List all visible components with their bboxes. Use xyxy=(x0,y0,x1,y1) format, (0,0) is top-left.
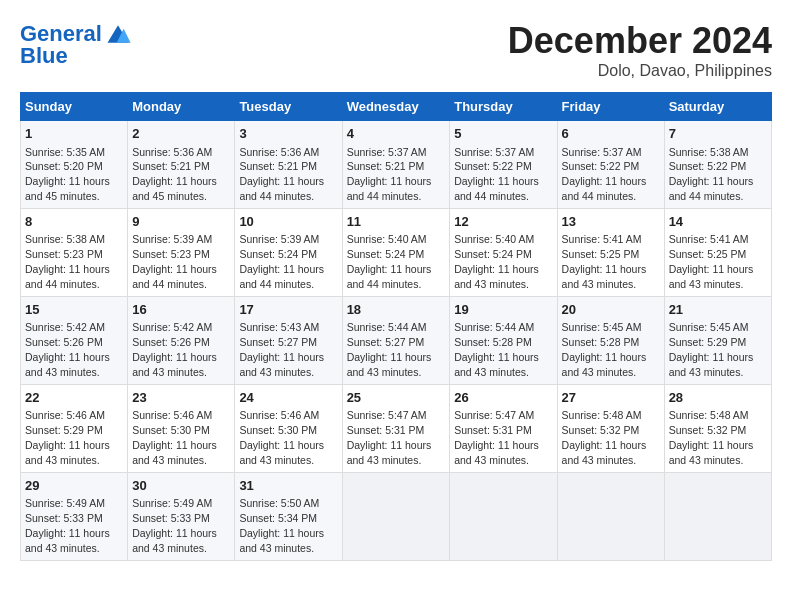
sunset-text: Sunset: 5:23 PM xyxy=(132,248,210,260)
sunrise-text: Sunrise: 5:37 AM xyxy=(347,146,427,158)
day-number: 16 xyxy=(132,301,230,319)
sunrise-text: Sunrise: 5:38 AM xyxy=(25,233,105,245)
sunset-text: Sunset: 5:29 PM xyxy=(25,424,103,436)
table-row: 21Sunrise: 5:45 AMSunset: 5:29 PMDayligh… xyxy=(664,296,771,384)
sunrise-text: Sunrise: 5:35 AM xyxy=(25,146,105,158)
table-row: 16Sunrise: 5:42 AMSunset: 5:26 PMDayligh… xyxy=(128,296,235,384)
day-number: 20 xyxy=(562,301,660,319)
sunset-text: Sunset: 5:30 PM xyxy=(132,424,210,436)
sunset-text: Sunset: 5:21 PM xyxy=(347,160,425,172)
sunrise-text: Sunrise: 5:39 AM xyxy=(132,233,212,245)
daylight-text: Daylight: 11 hours and 43 minutes. xyxy=(25,439,110,466)
day-number: 6 xyxy=(562,125,660,143)
daylight-text: Daylight: 11 hours and 44 minutes. xyxy=(562,175,647,202)
daylight-text: Daylight: 11 hours and 43 minutes. xyxy=(454,263,539,290)
day-number: 30 xyxy=(132,477,230,495)
daylight-text: Daylight: 11 hours and 45 minutes. xyxy=(132,175,217,202)
calendar-row: 15Sunrise: 5:42 AMSunset: 5:26 PMDayligh… xyxy=(21,296,772,384)
table-row: 13Sunrise: 5:41 AMSunset: 5:25 PMDayligh… xyxy=(557,208,664,296)
sunset-text: Sunset: 5:22 PM xyxy=(669,160,747,172)
sunrise-text: Sunrise: 5:40 AM xyxy=(347,233,427,245)
sunset-text: Sunset: 5:30 PM xyxy=(239,424,317,436)
sunset-text: Sunset: 5:24 PM xyxy=(239,248,317,260)
day-number: 23 xyxy=(132,389,230,407)
table-row xyxy=(450,472,557,560)
table-row: 9Sunrise: 5:39 AMSunset: 5:23 PMDaylight… xyxy=(128,208,235,296)
sunrise-text: Sunrise: 5:37 AM xyxy=(562,146,642,158)
sunset-text: Sunset: 5:26 PM xyxy=(132,336,210,348)
table-row: 6Sunrise: 5:37 AMSunset: 5:22 PMDaylight… xyxy=(557,121,664,209)
daylight-text: Daylight: 11 hours and 43 minutes. xyxy=(454,439,539,466)
calendar-header-row: Sunday Monday Tuesday Wednesday Thursday… xyxy=(21,93,772,121)
table-row: 23Sunrise: 5:46 AMSunset: 5:30 PMDayligh… xyxy=(128,384,235,472)
col-saturday: Saturday xyxy=(664,93,771,121)
daylight-text: Daylight: 11 hours and 43 minutes. xyxy=(239,439,324,466)
logo: General Blue xyxy=(20,20,132,68)
daylight-text: Daylight: 11 hours and 43 minutes. xyxy=(562,351,647,378)
daylight-text: Daylight: 11 hours and 44 minutes. xyxy=(347,263,432,290)
day-number: 3 xyxy=(239,125,337,143)
sunset-text: Sunset: 5:34 PM xyxy=(239,512,317,524)
day-number: 18 xyxy=(347,301,446,319)
sunrise-text: Sunrise: 5:46 AM xyxy=(132,409,212,421)
table-row: 3Sunrise: 5:36 AMSunset: 5:21 PMDaylight… xyxy=(235,121,342,209)
calendar-row: 1Sunrise: 5:35 AMSunset: 5:20 PMDaylight… xyxy=(21,121,772,209)
sunrise-text: Sunrise: 5:44 AM xyxy=(454,321,534,333)
page: General Blue December 2024 Dolo, Davao, … xyxy=(0,0,792,571)
daylight-text: Daylight: 11 hours and 43 minutes. xyxy=(239,351,324,378)
daylight-text: Daylight: 11 hours and 43 minutes. xyxy=(562,263,647,290)
day-number: 17 xyxy=(239,301,337,319)
table-row xyxy=(664,472,771,560)
sunrise-text: Sunrise: 5:46 AM xyxy=(239,409,319,421)
day-number: 15 xyxy=(25,301,123,319)
daylight-text: Daylight: 11 hours and 43 minutes. xyxy=(132,351,217,378)
daylight-text: Daylight: 11 hours and 43 minutes. xyxy=(562,439,647,466)
table-row: 10Sunrise: 5:39 AMSunset: 5:24 PMDayligh… xyxy=(235,208,342,296)
day-number: 26 xyxy=(454,389,552,407)
calendar: Sunday Monday Tuesday Wednesday Thursday… xyxy=(20,92,772,561)
table-row: 25Sunrise: 5:47 AMSunset: 5:31 PMDayligh… xyxy=(342,384,450,472)
daylight-text: Daylight: 11 hours and 43 minutes. xyxy=(132,439,217,466)
table-row: 26Sunrise: 5:47 AMSunset: 5:31 PMDayligh… xyxy=(450,384,557,472)
table-row: 17Sunrise: 5:43 AMSunset: 5:27 PMDayligh… xyxy=(235,296,342,384)
table-row: 31Sunrise: 5:50 AMSunset: 5:34 PMDayligh… xyxy=(235,472,342,560)
sunrise-text: Sunrise: 5:43 AM xyxy=(239,321,319,333)
sunset-text: Sunset: 5:29 PM xyxy=(669,336,747,348)
sunset-text: Sunset: 5:22 PM xyxy=(562,160,640,172)
table-row: 1Sunrise: 5:35 AMSunset: 5:20 PMDaylight… xyxy=(21,121,128,209)
table-row: 20Sunrise: 5:45 AMSunset: 5:28 PMDayligh… xyxy=(557,296,664,384)
sunset-text: Sunset: 5:28 PM xyxy=(454,336,532,348)
sunset-text: Sunset: 5:23 PM xyxy=(25,248,103,260)
daylight-text: Daylight: 11 hours and 43 minutes. xyxy=(25,527,110,554)
title-block: December 2024 Dolo, Davao, Philippines xyxy=(508,20,772,80)
daylight-text: Daylight: 11 hours and 43 minutes. xyxy=(669,439,754,466)
col-wednesday: Wednesday xyxy=(342,93,450,121)
sunrise-text: Sunrise: 5:46 AM xyxy=(25,409,105,421)
table-row xyxy=(557,472,664,560)
daylight-text: Daylight: 11 hours and 44 minutes. xyxy=(454,175,539,202)
sunrise-text: Sunrise: 5:42 AM xyxy=(132,321,212,333)
day-number: 11 xyxy=(347,213,446,231)
daylight-text: Daylight: 11 hours and 44 minutes. xyxy=(669,175,754,202)
daylight-text: Daylight: 11 hours and 43 minutes. xyxy=(239,527,324,554)
sunrise-text: Sunrise: 5:47 AM xyxy=(347,409,427,421)
sunrise-text: Sunrise: 5:36 AM xyxy=(132,146,212,158)
day-number: 29 xyxy=(25,477,123,495)
sunset-text: Sunset: 5:32 PM xyxy=(562,424,640,436)
table-row: 24Sunrise: 5:46 AMSunset: 5:30 PMDayligh… xyxy=(235,384,342,472)
table-row: 5Sunrise: 5:37 AMSunset: 5:22 PMDaylight… xyxy=(450,121,557,209)
sunset-text: Sunset: 5:20 PM xyxy=(25,160,103,172)
daylight-text: Daylight: 11 hours and 44 minutes. xyxy=(25,263,110,290)
calendar-row: 22Sunrise: 5:46 AMSunset: 5:29 PMDayligh… xyxy=(21,384,772,472)
sunrise-text: Sunrise: 5:49 AM xyxy=(132,497,212,509)
col-tuesday: Tuesday xyxy=(235,93,342,121)
day-number: 1 xyxy=(25,125,123,143)
daylight-text: Daylight: 11 hours and 43 minutes. xyxy=(25,351,110,378)
day-number: 8 xyxy=(25,213,123,231)
col-thursday: Thursday xyxy=(450,93,557,121)
day-number: 22 xyxy=(25,389,123,407)
sunset-text: Sunset: 5:25 PM xyxy=(562,248,640,260)
sunrise-text: Sunrise: 5:48 AM xyxy=(562,409,642,421)
day-number: 27 xyxy=(562,389,660,407)
table-row: 12Sunrise: 5:40 AMSunset: 5:24 PMDayligh… xyxy=(450,208,557,296)
